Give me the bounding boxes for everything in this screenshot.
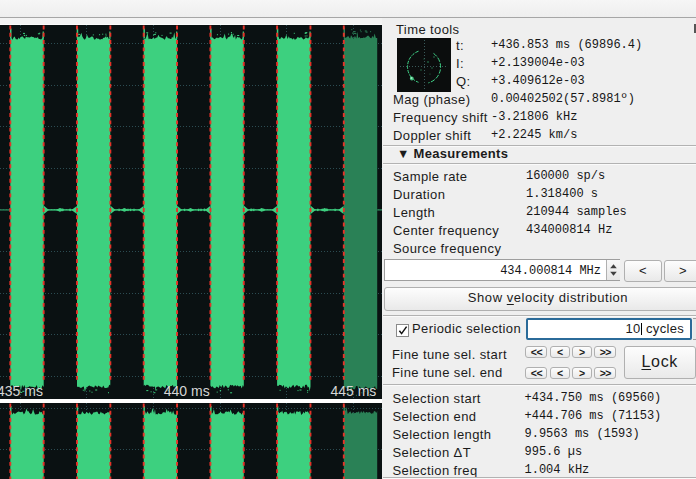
svg-text:435 ms: 435 ms — [0, 383, 43, 399]
svg-text:445 ms: 445 ms — [330, 383, 376, 399]
svg-text:440 ms: 440 ms — [164, 383, 210, 399]
